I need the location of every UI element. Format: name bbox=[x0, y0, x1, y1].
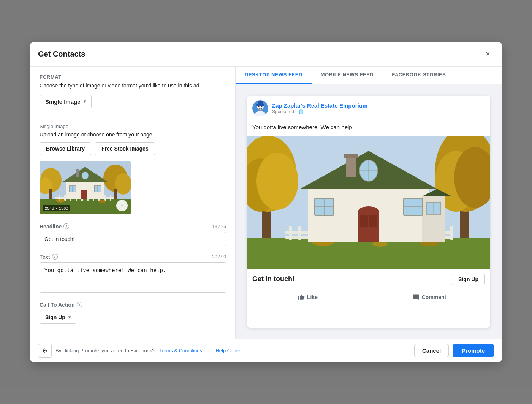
svg-point-39 bbox=[261, 106, 263, 107]
ad-header: Zap Zaplar's Real Estate Emporium Sponso… bbox=[247, 96, 490, 121]
modal-title: Get Contacts bbox=[38, 50, 85, 59]
comment-icon bbox=[413, 294, 420, 301]
settings-button[interactable]: ⚙ bbox=[38, 344, 52, 358]
svg-rect-73 bbox=[450, 226, 453, 240]
svg-rect-78 bbox=[346, 155, 356, 177]
svg-rect-79 bbox=[344, 154, 358, 158]
single-image-label: Single Image bbox=[40, 124, 226, 129]
cta-info-icon: i bbox=[77, 302, 82, 307]
svg-point-53 bbox=[372, 241, 388, 247]
ad-body-text: You gotta live somewhere! We can help. bbox=[247, 121, 490, 136]
ad-actions: Like Comment bbox=[247, 290, 490, 304]
cta-dropdown[interactable]: Sign Up ▾ bbox=[40, 311, 76, 324]
svg-rect-56 bbox=[289, 226, 292, 240]
text-header: Text i 39 / 90 bbox=[40, 254, 226, 260]
sponsored-label: Sponsored bbox=[272, 109, 294, 114]
svg-point-28 bbox=[82, 172, 89, 179]
format-section: Format Choose the type of image or video… bbox=[40, 74, 226, 116]
format-description: Choose the type of image or video format… bbox=[40, 82, 226, 90]
tab-desktop-news-feed[interactable]: Desktop News Feed bbox=[236, 67, 312, 84]
browse-library-button[interactable]: Browse Library bbox=[40, 142, 91, 155]
modal-container: Get Contacts × Format Choose the type of… bbox=[30, 42, 502, 362]
modal-overlay: Get Contacts × Format Choose the type of… bbox=[0, 0, 532, 404]
cta-label: Call To Action i bbox=[40, 302, 226, 308]
cancel-button[interactable]: Cancel bbox=[414, 344, 449, 357]
headline-input[interactable] bbox=[40, 232, 226, 246]
svg-point-45 bbox=[256, 153, 298, 210]
advertiser-name: Zap Zaplar's Real Estate Emporium bbox=[272, 102, 485, 109]
left-panel: Format Choose the type of image or video… bbox=[30, 67, 236, 339]
globe-icon: 🌐 bbox=[298, 109, 304, 114]
svg-rect-19 bbox=[76, 169, 79, 177]
close-button[interactable]: × bbox=[482, 48, 494, 60]
text-char-count: 39 / 90 bbox=[212, 254, 226, 260]
text-section: Text i 39 / 90 bbox=[40, 254, 226, 294]
image-edit-button[interactable]: ↕ bbox=[116, 200, 128, 211]
close-icon: × bbox=[486, 49, 491, 59]
format-dropdown[interactable]: Single Image ▾ bbox=[40, 95, 92, 108]
text-textarea[interactable] bbox=[40, 262, 226, 293]
ad-meta: Zap Zaplar's Real Estate Emporium Sponso… bbox=[272, 102, 485, 114]
tab-facebook-stories[interactable]: Facebook Stories bbox=[383, 67, 455, 84]
svg-rect-30 bbox=[114, 189, 117, 199]
image-buttons: Browse Library Free Stock Images bbox=[40, 142, 226, 155]
svg-point-31 bbox=[56, 199, 65, 203]
ad-headline: Get in touch! bbox=[252, 275, 294, 283]
headline-section: Headline i 13 / 25 bbox=[40, 223, 226, 246]
promote-button[interactable]: Promote bbox=[453, 344, 494, 357]
comment-label: Comment bbox=[422, 294, 446, 300]
svg-rect-29 bbox=[49, 189, 52, 199]
cta-value: Sign Up bbox=[45, 314, 65, 320]
avatar bbox=[252, 100, 268, 116]
svg-rect-57 bbox=[298, 226, 301, 240]
svg-rect-82 bbox=[360, 215, 368, 227]
like-button[interactable]: Like bbox=[247, 290, 369, 304]
image-size-badge: 2048 × 1360 bbox=[43, 205, 70, 211]
dropdown-arrow-icon: ▾ bbox=[84, 99, 86, 104]
svg-point-40 bbox=[258, 108, 263, 111]
cta-section: Call To Action i Sign Up ▾ bbox=[40, 302, 226, 324]
modal-body: Format Choose the type of image or video… bbox=[30, 67, 502, 339]
svg-rect-83 bbox=[369, 215, 377, 227]
footer-right: Cancel Promote bbox=[414, 344, 494, 357]
preview-content: Zap Zaplar's Real Estate Emporium Sponso… bbox=[236, 84, 502, 339]
footer-terms-text: By clicking Promote, you agree to Facebo… bbox=[55, 348, 155, 353]
comment-button[interactable]: Comment bbox=[369, 290, 490, 304]
like-icon bbox=[298, 294, 305, 301]
help-link[interactable]: Help Center bbox=[215, 348, 242, 353]
ad-image bbox=[247, 136, 490, 269]
signup-button[interactable]: Sign Up bbox=[452, 274, 485, 285]
like-label: Like bbox=[307, 294, 318, 300]
settings-icon: ⚙ bbox=[42, 347, 48, 354]
avatar-svg bbox=[252, 100, 268, 116]
ad-card: Zap Zaplar's Real Estate Emporium Sponso… bbox=[247, 96, 490, 328]
modal-footer: ⚙ By clicking Promote, you agree to Face… bbox=[30, 339, 502, 362]
footer-left: ⚙ By clicking Promote, you agree to Face… bbox=[38, 344, 242, 358]
headline-label: Headline i bbox=[40, 223, 69, 230]
headline-char-count: 13 / 25 bbox=[212, 224, 226, 229]
svg-point-81 bbox=[358, 206, 379, 217]
footer-separator: | bbox=[208, 348, 209, 353]
right-panel: Desktop News Feed Mobile News Feed Faceb… bbox=[236, 67, 502, 339]
svg-point-38 bbox=[258, 106, 260, 107]
terms-link[interactable]: Terms & Conditions bbox=[159, 348, 202, 353]
separator-dot: · bbox=[296, 109, 297, 114]
single-image-section: Single Image Upload an image or choose o… bbox=[40, 124, 226, 214]
svg-point-32 bbox=[98, 200, 106, 203]
preview-tabs: Desktop News Feed Mobile News Feed Faceb… bbox=[236, 67, 502, 84]
ad-house-svg bbox=[247, 136, 490, 269]
ad-footer: Get in touch! Sign Up bbox=[247, 269, 490, 290]
tab-mobile-news-feed[interactable]: Mobile News Feed bbox=[312, 67, 383, 84]
free-stock-button[interactable]: Free Stock Images bbox=[95, 142, 155, 155]
svg-rect-37 bbox=[258, 101, 263, 105]
svg-rect-8 bbox=[64, 195, 66, 201]
text-label: Text i bbox=[40, 254, 58, 260]
svg-rect-50 bbox=[247, 238, 490, 269]
headline-info-icon: i bbox=[63, 223, 69, 229]
format-value: Single Image bbox=[45, 98, 81, 105]
upload-description: Upload an image or choose one from your … bbox=[40, 131, 226, 138]
headline-header: Headline i 13 / 25 bbox=[40, 223, 226, 230]
cta-dropdown-arrow-icon: ▾ bbox=[68, 315, 71, 320]
format-label: Format bbox=[40, 74, 226, 80]
modal-header: Get Contacts × bbox=[30, 42, 502, 67]
